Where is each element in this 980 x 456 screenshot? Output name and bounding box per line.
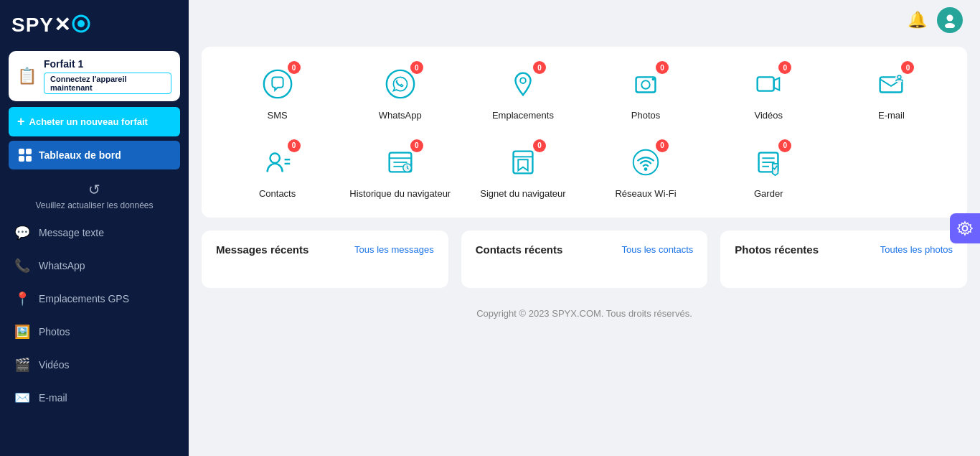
videos-icon: 🎬 bbox=[14, 357, 30, 373]
grid-item-guard[interactable]: 0 Garder bbox=[707, 142, 830, 200]
nav-item-whatsapp[interactable]: 📞 WhatsApp bbox=[0, 249, 189, 282]
logo: SPY ✕ bbox=[0, 0, 189, 45]
whatsapp-label: WhatsApp bbox=[379, 110, 422, 122]
videos-label: Vidéos bbox=[754, 110, 783, 122]
whatsapp-icon bbox=[384, 68, 417, 101]
logo-text: SPY bbox=[11, 14, 54, 37]
svg-point-3 bbox=[945, 23, 955, 28]
acheter-button[interactable]: + Acheter un nouveau forfait bbox=[9, 107, 180, 136]
grid-item-browser-bookmark[interactable]: 0 Signet du navigateur bbox=[461, 142, 584, 200]
grid-item-photos[interactable]: 0 Photos bbox=[585, 64, 707, 122]
footer: Copyright © 2023 SPYX.COM. Tous droits r… bbox=[202, 301, 967, 322]
grid-item-browser-history[interactable]: 0 Historique du navigateur bbox=[339, 142, 461, 200]
nav-item-photos[interactable]: 🖼️ Photos bbox=[0, 315, 189, 348]
nav-item-gps[interactable]: 📍 Emplacements GPS bbox=[0, 282, 189, 315]
settings-float-button[interactable] bbox=[950, 213, 980, 243]
sidebar: SPY ✕ 📋 Forfait 1 Connectez l'appareil m… bbox=[0, 0, 189, 456]
email-icon: ✉️ bbox=[14, 390, 30, 406]
guard-label: Garder bbox=[754, 188, 783, 200]
sms-badge: 0 bbox=[288, 61, 301, 74]
browser-history-icon bbox=[384, 146, 417, 179]
svg-point-2 bbox=[947, 14, 953, 21]
update-section: ↺ Veuillez actualiser les données bbox=[0, 177, 189, 216]
videos-badge: 0 bbox=[778, 61, 791, 74]
photos-badge: 0 bbox=[656, 61, 669, 74]
bell-icon[interactable]: 🔔 bbox=[908, 11, 927, 29]
recent-photos-title: Photos récentes bbox=[735, 243, 819, 256]
forfait-name: Forfait 1 bbox=[44, 58, 171, 70]
forfait-card: 📋 Forfait 1 Connectez l'appareil mainten… bbox=[9, 51, 180, 101]
svg-point-30 bbox=[963, 225, 968, 231]
refresh-icon: ↺ bbox=[88, 181, 100, 198]
svg-rect-10 bbox=[758, 77, 774, 90]
svg-point-9 bbox=[652, 78, 655, 80]
email-badge: 0 bbox=[901, 61, 914, 74]
recent-contacts-title: Contacts récents bbox=[476, 243, 563, 256]
location-icon bbox=[507, 68, 540, 101]
all-photos-link[interactable]: Toutes les photos bbox=[880, 244, 953, 255]
svg-point-4 bbox=[263, 70, 291, 98]
photos-icon: 🖼️ bbox=[14, 324, 30, 340]
whatsapp-icon: 📞 bbox=[14, 258, 30, 274]
main-content: 0 SMS 0 WhatsApp 0 bbox=[189, 0, 980, 456]
all-contacts-link[interactable]: Tous les contacts bbox=[622, 244, 694, 255]
sms-icon bbox=[261, 68, 294, 101]
recent-photos-card: Photos récentes Toutes les photos bbox=[720, 231, 967, 288]
recent-contacts-card: Contacts récents Tous les contacts bbox=[461, 231, 708, 288]
browser-history-badge: 0 bbox=[410, 139, 423, 152]
logo-icon bbox=[72, 14, 90, 33]
svg-point-24 bbox=[633, 150, 659, 175]
nav-item-email[interactable]: ✉️ E-mail bbox=[0, 381, 189, 414]
wifi-label: Réseaux Wi-Fi bbox=[615, 188, 676, 200]
guard-badge: 0 bbox=[778, 139, 791, 152]
contacts-icon bbox=[261, 146, 294, 179]
recent-messages-card: Messages récents Tous les messages bbox=[202, 231, 448, 288]
svg-rect-22 bbox=[513, 152, 532, 174]
photos-icon bbox=[629, 68, 662, 101]
svg-point-5 bbox=[387, 70, 414, 98]
browser-bookmark-icon bbox=[507, 146, 540, 179]
forfait-info: Forfait 1 Connectez l'appareil maintenan… bbox=[44, 58, 171, 94]
grid-item-location[interactable]: 0 Emplacements bbox=[461, 64, 584, 122]
nav-item[interactable]: 💬 Message texte bbox=[0, 216, 189, 249]
wifi-badge: 0 bbox=[656, 139, 669, 152]
forfait-icon: 📋 bbox=[17, 67, 37, 85]
icon-grid-card: 0 SMS 0 WhatsApp 0 bbox=[202, 47, 967, 218]
nav-item-videos[interactable]: 🎬 Vidéos bbox=[0, 348, 189, 381]
avatar[interactable] bbox=[937, 7, 963, 33]
svg-point-14 bbox=[270, 153, 279, 162]
photos-label: Photos bbox=[631, 110, 660, 122]
location-label: Emplacements bbox=[492, 110, 554, 122]
empty-cell bbox=[830, 142, 953, 200]
sms-label: SMS bbox=[267, 110, 287, 122]
grid-item-wifi[interactable]: 0 Réseaux Wi-Fi bbox=[585, 142, 707, 200]
svg-point-25 bbox=[644, 167, 648, 171]
grid-item-videos[interactable]: 0 Vidéos bbox=[707, 64, 830, 122]
svg-point-1 bbox=[77, 20, 85, 27]
all-messages-link[interactable]: Tous les messages bbox=[354, 244, 434, 255]
header: 🔔 bbox=[189, 0, 980, 39]
gps-icon: 📍 bbox=[14, 291, 30, 307]
svg-point-6 bbox=[520, 78, 526, 83]
contacts-label: Contacts bbox=[259, 188, 296, 200]
grid-item-sms[interactable]: 0 SMS bbox=[216, 64, 339, 122]
grid-icon bbox=[19, 149, 32, 162]
sms-icon: 💬 bbox=[14, 225, 30, 241]
whatsapp-badge: 0 bbox=[410, 61, 423, 74]
recent-row: Messages récents Tous les messages Conta… bbox=[202, 231, 967, 288]
browser-history-label: Historique du navigateur bbox=[349, 188, 451, 200]
grid-item-contacts[interactable]: 0 Contacts bbox=[216, 142, 339, 200]
connect-button[interactable]: Connectez l'appareil maintenant bbox=[44, 73, 171, 94]
settings-icon bbox=[957, 220, 973, 236]
grid-item-email[interactable]: 0 E-mail bbox=[830, 64, 953, 122]
svg-point-8 bbox=[641, 80, 650, 89]
contacts-badge: 0 bbox=[288, 139, 301, 152]
browser-bookmark-label: Signet du navigateur bbox=[480, 188, 565, 200]
grid-item-whatsapp[interactable]: 0 WhatsApp bbox=[339, 64, 461, 122]
recent-messages-title: Messages récents bbox=[216, 243, 308, 256]
tableau-button[interactable]: Tableaux de bord bbox=[9, 141, 180, 169]
location-badge: 0 bbox=[533, 61, 546, 74]
browser-bookmark-badge: 0 bbox=[533, 139, 546, 152]
user-avatar-icon bbox=[942, 12, 958, 28]
email-label: E-mail bbox=[878, 110, 905, 122]
